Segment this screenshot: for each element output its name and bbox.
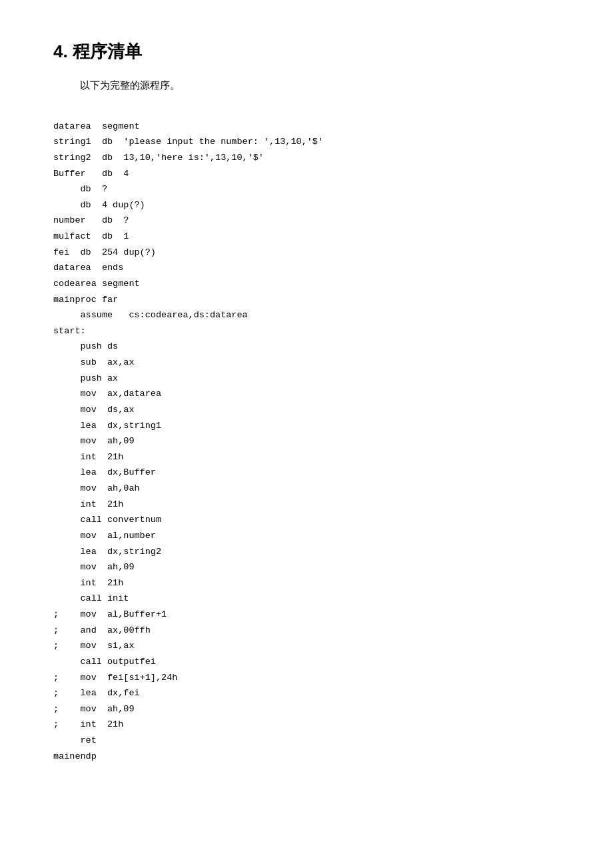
code-line: mulfact db 1 [53, 229, 560, 245]
section-number: 4. [53, 41, 68, 61]
code-line: db 4 dup(?) [53, 197, 560, 213]
section-heading: 程序清单 [73, 41, 142, 61]
code-line: push ds [53, 339, 560, 355]
code-line: call outputfei [53, 654, 560, 670]
code-line: sub ax,ax [53, 355, 560, 371]
code-line: ; lea dx,fei [53, 685, 560, 701]
code-line: mainproc far [53, 292, 560, 308]
code-line: mov ah,0ah [53, 481, 560, 497]
code-line: ; mov al,Buffer+1 [53, 607, 560, 623]
code-line: lea dx,string2 [53, 544, 560, 560]
code-line: datarea ends [53, 260, 560, 276]
code-line: call init [53, 591, 560, 607]
code-line: codearea segment [53, 276, 560, 292]
code-line: number db ? [53, 213, 560, 229]
code-line: int 21h [53, 497, 560, 513]
code-line: ; and ax,00ffh [53, 623, 560, 639]
code-line: call convertnum [53, 512, 560, 528]
code-line: mov ax,datarea [53, 386, 560, 402]
code-line: ; mov ah,09 [53, 701, 560, 717]
intro-paragraph: 以下为完整的源程序。 [80, 79, 560, 92]
code-line: int 21h [53, 449, 560, 465]
code-line: ret [53, 733, 560, 749]
section-title: 4. 程序清单 [53, 40, 560, 63]
code-line: start: [53, 323, 560, 339]
code-line: mainendp [53, 749, 560, 765]
code-line: mov al,number [53, 528, 560, 544]
code-line: push ax [53, 371, 560, 387]
code-line: mov ah,09 [53, 559, 560, 575]
code-line: mov ds,ax [53, 402, 560, 418]
code-block: datarea segmentstring1 db 'please input … [53, 103, 560, 764]
code-line: Buffer db 4 [53, 166, 560, 182]
code-line: string2 db 13,10,'here is:',13,10,'$' [53, 150, 560, 166]
code-line: int 21h [53, 575, 560, 591]
code-line: ; mov fei[si+1],24h [53, 670, 560, 686]
code-line: ; mov si,ax [53, 638, 560, 654]
code-line: db ? [53, 181, 560, 197]
code-line: lea dx,string1 [53, 418, 560, 434]
code-line: string1 db 'please input the number: ',1… [53, 134, 560, 150]
code-line: lea dx,Buffer [53, 465, 560, 481]
code-line: mov ah,09 [53, 433, 560, 449]
code-line: datarea segment [53, 119, 560, 135]
code-line: fei db 254 dup(?) [53, 245, 560, 261]
code-line: ; int 21h [53, 717, 560, 733]
code-line: assume cs:codearea,ds:datarea [53, 307, 560, 323]
